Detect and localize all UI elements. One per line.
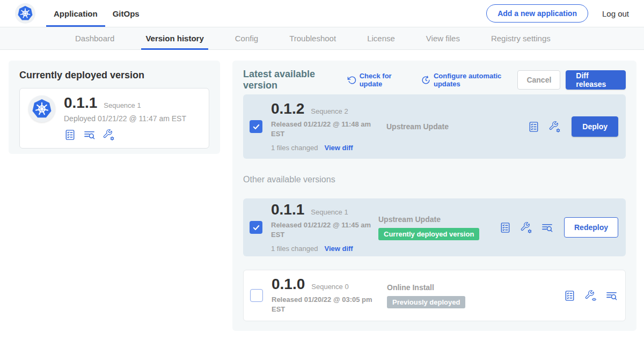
deployed-timestamp: Deployed 01/21/22 @ 11:47 am EST	[64, 114, 186, 123]
released-timestamp: Released 01/20/22 @ 03:05 pm EST	[272, 295, 379, 314]
deployed-version-info: 0.1.1 Sequence 1 Deployed 01/21/22 @ 11:…	[64, 95, 186, 141]
version-checkbox-0-1-2[interactable]	[250, 120, 262, 133]
deploy-button[interactable]: Deploy	[572, 116, 618, 137]
sequence-label: Sequence 0	[311, 283, 348, 291]
released-timestamp: Released 01/21/22 @ 11:48 am EST	[271, 120, 378, 138]
version-checkbox-0-1-1[interactable]	[250, 221, 262, 234]
configure-automatic-updates-link[interactable]: Configure automatic updates	[421, 72, 517, 88]
edit-config-icon[interactable]	[548, 121, 561, 133]
version-checkbox-0-1-0[interactable]	[250, 289, 263, 302]
subnav-dashboard[interactable]: Dashboard	[75, 27, 114, 49]
version-row-0-1-0: 0.1.0 Sequence 0 Released 01/20/22 @ 03:…	[243, 270, 626, 321]
version-history-panel: Latest available version Check for updat…	[232, 61, 636, 331]
row-actions: Redeploy	[499, 217, 618, 238]
source-column: Upstream Update	[386, 122, 521, 131]
previously-deployed-badge: Previously deployed	[387, 296, 465, 308]
tab-gitops[interactable]: GitOps	[105, 0, 147, 27]
currently-deployed-badge: Currently deployed version	[378, 228, 479, 240]
logout-link[interactable]: Log out	[602, 9, 629, 18]
panel-header: Latest available version Check for updat…	[243, 70, 626, 90]
version-info-column: 0.1.1 Sequence 1 Released 01/21/22 @ 11:…	[271, 202, 378, 252]
subnav-license[interactable]: License	[367, 27, 395, 49]
version-number: 0.1.0	[272, 277, 305, 292]
redeploy-button[interactable]: Redeploy	[564, 217, 618, 238]
version-source-label: Upstream Update	[386, 122, 521, 131]
deployed-action-icons	[64, 129, 186, 141]
sequence-label: Sequence 1	[311, 208, 348, 216]
preflight-checklist-icon[interactable]	[528, 121, 540, 133]
preflight-checklist-icon[interactable]	[564, 290, 576, 302]
deployed-version-tile: 0.1.1 Sequence 1 Deployed 01/21/22 @ 11:…	[19, 88, 209, 149]
edit-config-icon[interactable]	[520, 221, 532, 234]
version-row-0-1-2: 0.1.2 Sequence 2 Released 01/21/22 @ 11:…	[243, 94, 626, 159]
other-available-versions-label: Other available versions	[243, 175, 626, 184]
tab-application[interactable]: Application	[46, 0, 105, 27]
schedule-update-icon	[421, 76, 430, 85]
subnav-registry-settings[interactable]: Registry settings	[491, 27, 551, 49]
version-info-column: 0.1.0 Sequence 0 Released 01/20/22 @ 03:…	[272, 277, 387, 314]
row-actions	[564, 290, 618, 302]
row-actions: Deploy	[528, 116, 618, 137]
view-logs-icon[interactable]	[605, 290, 618, 302]
version-number: 0.1.1	[271, 202, 304, 217]
diff-releases-button[interactable]: Diff releases	[566, 70, 626, 90]
kots-admin-console: Application GitOps Add a new application…	[0, 0, 644, 340]
check-for-update-label: Check for update	[360, 72, 408, 88]
view-logs-icon[interactable]	[83, 129, 96, 141]
version-row-0-1-1: 0.1.1 Sequence 1 Released 01/21/22 @ 11:…	[243, 198, 626, 256]
currently-deployed-card: Currently deployed version 0.1.1	[9, 61, 220, 154]
version-source-label: Online Install	[387, 283, 521, 292]
subnav-troubleshoot[interactable]: Troubleshoot	[289, 27, 336, 49]
refresh-icon	[347, 76, 356, 85]
version-number: 0.1.2	[271, 101, 304, 116]
add-new-application-button[interactable]: Add a new application	[486, 4, 588, 23]
subnav-config[interactable]: Config	[235, 27, 258, 49]
currently-deployed-title: Currently deployed version	[19, 70, 209, 81]
view-diff-link[interactable]: View diff	[324, 245, 353, 253]
subnav-version-history[interactable]: Version history	[145, 27, 203, 49]
released-timestamp: Released 01/21/22 @ 11:45 am EST	[271, 220, 378, 239]
sequence-label: Sequence 2	[311, 107, 348, 115]
kubernetes-logo-icon	[15, 3, 35, 24]
subnav-view-files[interactable]: View files	[426, 27, 460, 49]
deployed-sequence-label: Sequence 1	[104, 101, 141, 109]
preflight-checklist-icon[interactable]	[64, 129, 76, 141]
edit-config-icon[interactable]	[103, 129, 115, 141]
configure-automatic-updates-label: Configure automatic updates	[434, 72, 517, 88]
cancel-button[interactable]: Cancel	[517, 70, 560, 90]
files-changed-label: 1 files changed	[271, 144, 318, 152]
app-kubernetes-logo-icon	[28, 95, 55, 122]
check-for-update-link[interactable]: Check for update	[347, 72, 408, 88]
deployed-version-number: 0.1.1	[64, 95, 97, 110]
source-column: Upstream Update Currently deployed versi…	[378, 215, 499, 240]
view-config-icon[interactable]	[584, 290, 597, 302]
version-source-label: Upstream Update	[378, 215, 499, 224]
files-changed-label: 1 files changed	[271, 245, 318, 253]
view-logs-icon[interactable]	[541, 221, 553, 234]
source-column: Online Install Previously deployed	[387, 283, 521, 308]
preflight-checklist-icon[interactable]	[499, 221, 511, 234]
version-info-column: 0.1.2 Sequence 2 Released 01/21/22 @ 11:…	[271, 101, 386, 151]
latest-available-title: Latest available version	[243, 69, 340, 91]
top-navigation-bar: Application GitOps Add a new application…	[0, 0, 644, 27]
view-diff-link[interactable]: View diff	[324, 144, 353, 152]
app-sub-navigation: Dashboard Version history Config Trouble…	[0, 27, 644, 50]
